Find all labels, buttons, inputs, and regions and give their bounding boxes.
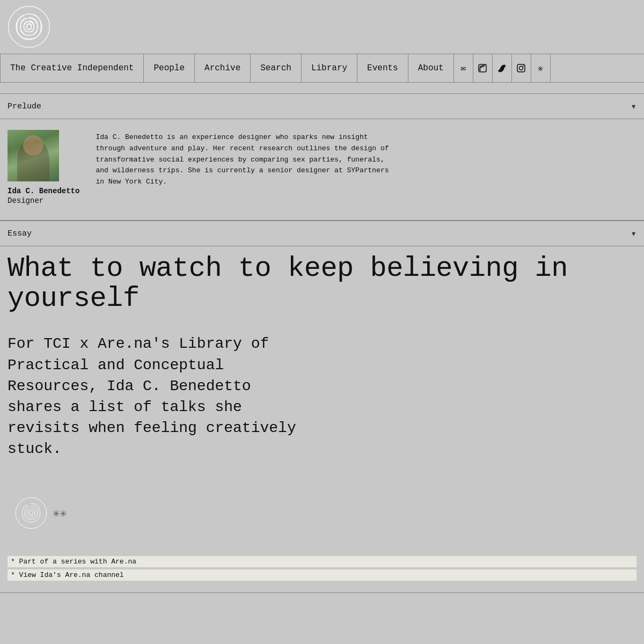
person-name: Ida C. Benedetto [8,187,79,195]
person-role: Designer [8,196,43,205]
prelude-chevron-icon: ▾ [631,100,636,112]
nav-home[interactable]: The Creative Independent [0,54,144,82]
prelude-label: Prelude [8,102,41,111]
essay-chevron-icon: ▾ [631,228,636,239]
bottom-asterisk-icon: ✳︎✳︎ [53,506,67,521]
nav-search[interactable]: Search [251,54,302,82]
svg-point-0 [9,6,50,48]
person-info: Ida C. Benedetto Designer [8,130,79,205]
arena-series-link[interactable]: * Part of a series with Are.na [8,556,636,567]
essay-label: Essay [8,229,32,238]
rss-icon[interactable] [473,54,493,82]
nav-people[interactable]: People [144,54,195,82]
nav-about[interactable]: About [408,54,454,82]
twitter-icon[interactable] [493,54,512,82]
nav-events[interactable]: Events [357,54,408,82]
logo-icon[interactable] [8,5,50,48]
person-photo [8,130,59,181]
prelude-content: Ida C. Benedetto Designer Ida C. Benedet… [0,119,644,220]
prelude-header[interactable]: Prelude ▾ [0,94,644,119]
svg-point-6 [16,498,47,529]
essay-content: What to watch to keep believing in yours… [0,246,644,556]
svg-point-2 [480,70,481,71]
essay-subtitle: For TCI x Are.na's Library of Practical … [8,333,308,459]
prelude-section: Prelude ▾ Ida C. Benedetto Designer Ida … [0,93,644,221]
nav-library[interactable]: Library [302,54,357,82]
instagram-icon[interactable] [512,54,531,82]
bottom-logo-icon [15,497,47,529]
svg-point-4 [519,67,523,70]
nav-archive[interactable]: Archive [195,54,251,82]
bottom-brand: ✳︎✳︎ [8,492,636,535]
arena-channel-link[interactable]: * View Ida's Are.na channel [8,569,636,581]
essay-section: Essay ▾ What to watch to keep believing … [0,221,644,593]
svg-point-5 [523,65,524,67]
svg-rect-3 [517,64,525,72]
navbar: The Creative Independent People Archive … [0,54,644,83]
essay-title: What to watch to keep believing in yours… [8,254,636,314]
snowflake-icon[interactable]: ✳︎ [531,54,551,82]
essay-header[interactable]: Essay ▾ [0,221,644,246]
logo-area [0,0,644,54]
essay-links: * Part of a series with Are.na * View Id… [0,556,644,592]
person-bio: Ida C. Benedetto is an experience design… [96,130,396,205]
email-icon[interactable]: ✉ [454,54,473,82]
